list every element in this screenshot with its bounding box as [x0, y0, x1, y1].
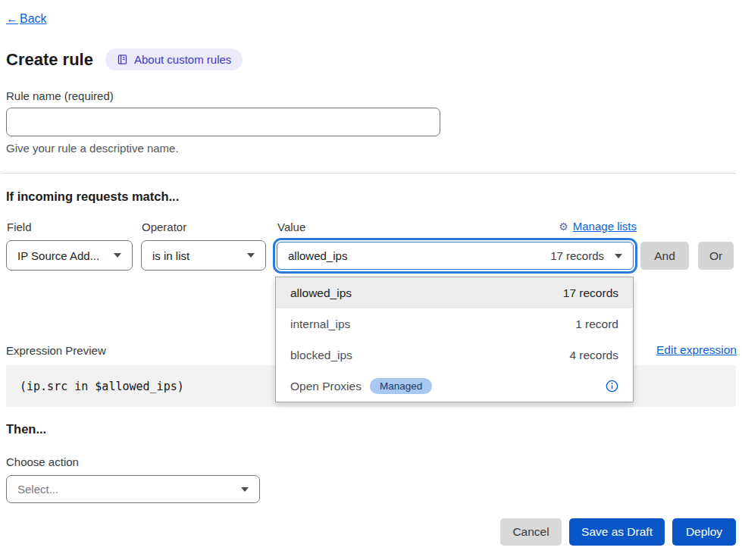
value-select-record-count: 17 records — [550, 249, 604, 262]
chevron-down-icon — [247, 253, 255, 258]
choose-action-label: Choose action — [6, 455, 79, 468]
page-title: Create rule — [6, 50, 93, 70]
chevron-down-icon — [241, 487, 249, 492]
action-select[interactable]: Select... — [6, 475, 260, 503]
cancel-button[interactable]: Cancel — [500, 518, 562, 546]
value-dropdown-panel: allowed_ips 17 records internal_ips 1 re… — [275, 277, 634, 402]
list-item-record-count: 1 record — [575, 318, 618, 331]
list-item-internal-ips[interactable]: internal_ips 1 record — [276, 308, 633, 339]
field-label: Field — [7, 221, 32, 233]
operator-label: Operator — [142, 221, 186, 233]
expression-code: (ip.src in $allowed_ips) — [20, 380, 184, 393]
list-item-name: internal_ips — [290, 318, 350, 331]
about-custom-rules-link[interactable]: About custom rules — [105, 48, 243, 70]
rule-name-input[interactable] — [6, 108, 440, 136]
operator-select-value: is in list — [152, 249, 189, 262]
field-select[interactable]: IP Source Add... — [6, 240, 133, 271]
create-rule-page: ←Back Create rule About custom rules Rul… — [0, 0, 742, 560]
chevron-down-icon — [615, 254, 622, 258]
list-item-allowed-ips[interactable]: allowed_ips 17 records — [276, 277, 633, 308]
list-item-name: blocked_ips — [290, 349, 352, 362]
managed-badge: Managed — [370, 378, 432, 395]
manage-lists-link[interactable]: ⚙ Manage lists — [559, 220, 637, 233]
value-label: Value — [277, 221, 305, 233]
about-custom-rules-label: About custom rules — [134, 53, 231, 66]
value-select[interactable]: allowed_ips 17 records — [277, 242, 634, 270]
operator-select[interactable]: is in list — [141, 240, 266, 271]
expression-preview-label: Expression Preview — [6, 344, 106, 357]
list-item-record-count: 4 records — [569, 349, 618, 362]
deploy-button[interactable]: Deploy — [672, 518, 736, 546]
info-icon[interactable] — [606, 380, 618, 393]
action-select-placeholder: Select... — [17, 483, 58, 496]
section-divider — [2, 173, 736, 174]
list-item-record-count: 17 records — [563, 286, 618, 300]
match-section-heading: If incoming requests match... — [6, 189, 179, 204]
book-icon — [117, 54, 128, 65]
list-item-name: allowed_ips — [290, 286, 352, 300]
list-item-blocked-ips[interactable]: blocked_ips 4 records — [276, 339, 633, 371]
value-select-value: allowed_ips — [288, 249, 347, 262]
rule-name-helper-text: Give your rule a descriptive name. — [6, 142, 179, 155]
manage-lists-label: Manage lists — [573, 220, 637, 233]
field-select-value: IP Source Add... — [17, 249, 99, 262]
title-row: Create rule About custom rules — [6, 48, 243, 70]
gear-icon: ⚙ — [559, 221, 568, 233]
or-button[interactable]: Or — [698, 242, 734, 270]
save-as-draft-button[interactable]: Save as Draft — [569, 518, 665, 546]
back-link[interactable]: ←Back — [6, 12, 47, 26]
then-section-heading: Then... — [6, 422, 46, 436]
list-item-name: Open Proxies — [290, 380, 362, 393]
list-item-open-proxies[interactable]: Open Proxies Managed — [276, 371, 633, 402]
edit-expression-link[interactable]: Edit expression — [656, 343, 737, 357]
and-button[interactable]: And — [640, 242, 689, 270]
back-arrow-icon: ← — [6, 12, 18, 26]
rule-name-label: Rule name (required) — [6, 89, 114, 102]
back-link-label: Back — [20, 12, 47, 26]
chevron-down-icon — [114, 253, 121, 258]
